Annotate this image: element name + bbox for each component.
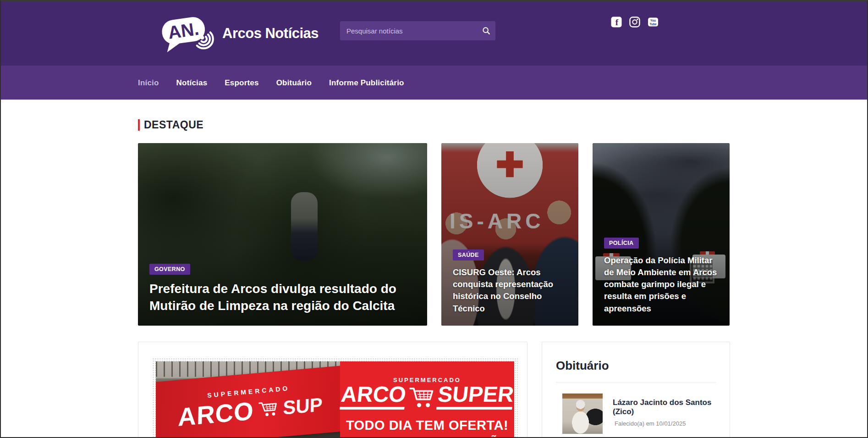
section-heading: DESTAQUE — [144, 119, 203, 131]
category-badge: SAÚDE — [453, 249, 484, 261]
search-button[interactable] — [477, 21, 495, 40]
logo-initials: AN. — [167, 18, 200, 43]
card-content: POLÍCIA Operação da Polícia Militar de M… — [593, 238, 730, 326]
category-badge: POLÍCIA — [604, 238, 639, 249]
cart-icon — [258, 399, 279, 419]
facebook-icon[interactable]: f — [611, 17, 622, 28]
svg-text:You: You — [650, 19, 656, 22]
ad-red-panel: SUPERMERCADO ARCO SUPER — [340, 361, 514, 438]
instagram-icon[interactable] — [629, 17, 640, 28]
storefront-sign: SUPERMERCADO ARCO SUP — [156, 365, 340, 438]
nav-item-esportes[interactable]: Esportes — [225, 78, 258, 88]
article-card-saude[interactable]: ✚ IS-ARC SAÚDE CISURG Oeste: Arcos conqu… — [441, 143, 578, 326]
advertisement-banner[interactable]: SUPERMERCADO ARCO SUP — [152, 358, 518, 438]
ad-banner-inner: SUPERMERCADO ARCO SUP — [156, 361, 514, 438]
deceased-photo — [562, 394, 603, 434]
ad-slogan-line1: TODO DIA TEM OFERTA! — [342, 418, 512, 433]
article-card-governo[interactable]: GOVERNO Prefeitura de Arcos divulga resu… — [138, 143, 427, 326]
card-content: SAÚDE CISURG Oeste: Arcos conquista repr… — [441, 249, 578, 326]
nav-item-informe-publicitario[interactable]: Informe Publicitário — [329, 78, 404, 88]
nav-item-obituario[interactable]: Obituário — [276, 78, 312, 88]
svg-text:Tube: Tube — [649, 22, 656, 26]
deceased-date: Falecido(a) em 10/01/2025 — [613, 420, 716, 427]
obituary-panel: Obituário Lázaro Jacinto dos Santos (Zic… — [542, 342, 730, 438]
search-input[interactable] — [340, 27, 477, 35]
category-badge: GOVERNO — [149, 264, 190, 275]
site-logo[interactable]: AN. Arcos Notícias — [159, 11, 319, 55]
page: AN. Arcos Notícias — [0, 0, 868, 438]
main-nav: Início Notícias Esportes Obituário Infor… — [1, 66, 867, 100]
deceased-name: Lázaro Jacinto dos Santos (Zico) — [613, 398, 716, 416]
social-links: f You Tube — [611, 17, 659, 28]
search-box — [340, 21, 495, 40]
secondary-row: SUPERMERCADO ARCO SUP — [138, 342, 730, 438]
article-title: CISURG Oeste: Arcos conquista representa… — [453, 266, 567, 315]
article-card-policia[interactable]: POLÍCIA Operação da Polícia Militar de M… — [593, 143, 730, 326]
sign-partial-text: SUP — [283, 394, 323, 419]
obituary-entry[interactable]: Lázaro Jacinto dos Santos (Zico) Falecid… — [556, 394, 716, 434]
ad-logo-super: SUPER — [436, 384, 514, 410]
storefront-photo: SUPERMERCADO ARCO SUP — [156, 361, 340, 438]
main-content: DESTAQUE GOVERNO Prefeitura de Arcos div… — [138, 100, 730, 438]
youtube-icon[interactable]: You Tube — [648, 17, 659, 28]
destaque-section-title: DESTAQUE — [138, 119, 730, 131]
red-accent-bar — [138, 119, 140, 131]
ad-logo-arco: ARCO — [340, 384, 407, 410]
card-content: GOVERNO Prefeitura de Arcos divulga resu… — [138, 264, 427, 326]
ad-logo: ARCO SUPER — [341, 384, 514, 410]
cart-icon — [408, 386, 435, 410]
article-title: Prefeitura de Arcos divulga resultado do… — [149, 281, 416, 315]
advertisement-panel: SUPERMERCADO ARCO SUP — [138, 342, 527, 438]
site-header: AN. Arcos Notícias — [1, 1, 867, 66]
search-icon — [482, 26, 491, 35]
sign-brand-text: ARCO — [178, 396, 254, 432]
divider — [556, 382, 716, 383]
site-title: Arcos Notícias — [222, 25, 319, 42]
article-title: Operação da Polícia Militar de Meio Ambi… — [604, 255, 718, 315]
ad-slogan: TODO DIA TEM OFERTA! TODO DIA TEM PROMOÇ… — [342, 418, 512, 438]
featured-cards: GOVERNO Prefeitura de Arcos divulga resu… — [138, 143, 730, 326]
nav-item-noticias[interactable]: Notícias — [176, 78, 208, 88]
logo-bubble-icon: AN. — [159, 11, 218, 55]
obituary-entry-text: Lázaro Jacinto dos Santos (Zico) Falecid… — [613, 394, 716, 427]
nav-item-inicio[interactable]: Início — [138, 78, 159, 88]
ad-slogan-line2: TODO DIA TEM PROMOÇÃO! — [342, 435, 512, 438]
svg-text:f: f — [615, 17, 619, 27]
obituary-heading: Obituário — [556, 359, 716, 373]
